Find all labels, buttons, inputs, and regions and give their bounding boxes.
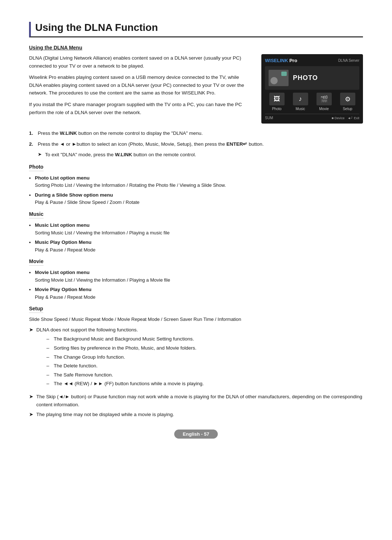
dash-text-1: The Background Music and Background Musi… bbox=[54, 335, 194, 343]
photo-list-title: Photo List option menu bbox=[35, 174, 363, 182]
tv-dlna-label: DLNA Server bbox=[338, 59, 359, 63]
dash-item-5: – The Safe Remove function. bbox=[46, 371, 204, 379]
movie-section-title: Movie bbox=[29, 258, 44, 266]
step-2-note-text: To exit "DLNA" mode, press the W.LINK bu… bbox=[45, 151, 196, 159]
tv-device-label: ■ Device bbox=[332, 116, 344, 120]
photo-section-title: Photo bbox=[29, 164, 44, 171]
setup-note-2: ➤ The Skip (◄/► button) or Pause functio… bbox=[29, 393, 363, 408]
music-play-desc: Play & Pause / Repeat Mode bbox=[35, 246, 363, 254]
setup-note-arrow-2: ➤ bbox=[29, 393, 34, 408]
dlna-menu-heading: Using the DLNA Menu bbox=[29, 45, 363, 51]
dash-item-1: – The Background Music and Background Mu… bbox=[46, 335, 204, 343]
steps-area: 1. Press the W.LINK button on the remote… bbox=[29, 129, 363, 159]
intro-para1: DLNA (Digital Living Network Alliance) e… bbox=[29, 54, 250, 70]
dash-3: – bbox=[46, 353, 51, 361]
photo-slideshow-title: During a Slide Show option menu bbox=[35, 191, 363, 199]
dash-text-6: The ◄◄ (REW) / ►► (FF) button functions … bbox=[54, 380, 204, 388]
tv-icon-photo: 🖼 Photo bbox=[269, 93, 285, 111]
setup-section-title: Setup bbox=[29, 306, 43, 313]
tv-movie-icon-label: Movie bbox=[319, 107, 329, 111]
dash-2: – bbox=[46, 344, 51, 352]
tv-photo-thumbnail bbox=[269, 70, 289, 86]
dash-6: – bbox=[46, 380, 51, 388]
tv-header: WISELINK Pro DLNA Server bbox=[265, 58, 359, 63]
photo-slideshow-content: During a Slide Show option menu Play & P… bbox=[35, 191, 363, 206]
step-2: 2. Press the ◄ or ►button to select an i… bbox=[29, 140, 363, 148]
setup-dash-list-1: – The Background Music and Background Mu… bbox=[46, 335, 204, 388]
dash-1: – bbox=[46, 335, 51, 343]
dash-item-4: – The Delete function. bbox=[46, 362, 204, 370]
step-1: 1. Press the W.LINK button on the remote… bbox=[29, 129, 363, 137]
bullet-dot-6: • bbox=[29, 286, 33, 301]
tv-music-icon: ♪ bbox=[293, 93, 308, 105]
dash-text-3: The Change Group Info function. bbox=[54, 353, 125, 361]
dash-item-2: – Sorting files by preference in the Pho… bbox=[46, 344, 204, 352]
music-list-title: Music List option menu bbox=[35, 221, 363, 229]
tv-icon-movie: 🎬 Movie bbox=[317, 93, 332, 111]
tv-footer-right: ■ Device ◄┘ Exit bbox=[332, 116, 359, 120]
dash-5: – bbox=[46, 371, 51, 379]
tv-photo-icon-label: Photo bbox=[272, 107, 281, 111]
intro-text: DLNA (Digital Living Network Alliance) e… bbox=[29, 54, 250, 124]
tv-icon-music: ♪ Music bbox=[293, 93, 308, 111]
setup-desc: Slide Show Speed / Music Repeat Mode / M… bbox=[29, 316, 363, 323]
movie-play-desc: Play & Pause / Repeat Mode bbox=[35, 294, 363, 301]
movie-list-desc: Sorting Movie List / Viewing the Informa… bbox=[35, 277, 363, 284]
tv-setup-icon: ⚙ bbox=[340, 93, 355, 105]
step-2-number: 2. bbox=[29, 140, 35, 148]
tv-photo-area: PHOTO bbox=[265, 66, 359, 90]
setup-note-3: ➤ The playing time may not be displayed … bbox=[29, 411, 363, 419]
tv-setup-icon-label: Setup bbox=[343, 107, 352, 111]
dash-item-3: – The Change Group Info function. bbox=[46, 353, 204, 361]
tv-movie-icon: 🎬 bbox=[317, 93, 332, 105]
bullet-dot-2: • bbox=[29, 191, 33, 206]
setup-note-1-content: DLNA does not support the following func… bbox=[36, 326, 204, 391]
intro-para2: Wiselink Pro enables playing content sav… bbox=[29, 73, 250, 97]
tv-exit-label: ◄┘ Exit bbox=[347, 116, 359, 120]
movie-play-content: Movie Play Option Menu Play & Pause / Re… bbox=[35, 286, 363, 301]
music-list-desc: Sorting Music List / Viewing the Informa… bbox=[35, 229, 363, 237]
setup-note-1-text: DLNA does not support the following func… bbox=[36, 327, 138, 333]
bullet-dot-3: • bbox=[29, 221, 33, 236]
tv-icon-setup: ⚙ Setup bbox=[340, 93, 355, 111]
photo-list-desc: Sorting Photo List / Viewing the Informa… bbox=[35, 182, 363, 189]
movie-section: Movie • Movie List option menu Sorting M… bbox=[29, 258, 363, 301]
movie-play-title: Movie Play Option Menu bbox=[35, 286, 363, 294]
movie-list-title: Movie List option menu bbox=[35, 269, 363, 277]
setup-note-1: ➤ DLNA does not support the following fu… bbox=[29, 326, 363, 391]
tv-mockup: WISELINK Pro DLNA Server PHOTO 🖼 Photo ♪… bbox=[261, 54, 363, 124]
dash-text-2: Sorting files by preference in the Photo… bbox=[54, 344, 196, 352]
dash-text-5: The Safe Remove function. bbox=[54, 371, 113, 379]
page-number-badge: English - 57 bbox=[174, 430, 218, 439]
bullet-dot-1: • bbox=[29, 174, 33, 189]
tv-sum-label: SUM bbox=[265, 116, 273, 120]
photo-slideshow-option: • During a Slide Show option menu Play &… bbox=[29, 191, 363, 206]
bullet-dot-4: • bbox=[29, 238, 33, 253]
tv-icons-row: 🖼 Photo ♪ Music 🎬 Movie ⚙ Setup bbox=[265, 93, 359, 111]
music-section: Music • Music List option menu Sorting M… bbox=[29, 211, 363, 253]
tv-music-icon-label: Music bbox=[295, 107, 305, 111]
photo-slideshow-desc: Play & Pause / Slide Show Speed / Zoom /… bbox=[35, 199, 363, 206]
setup-note-3-text: The playing time may not be displayed wh… bbox=[36, 411, 174, 419]
setup-section: Setup Slide Show Speed / Music Repeat Mo… bbox=[29, 306, 363, 418]
tv-photo-label: PHOTO bbox=[293, 74, 318, 82]
step-2-text: Press the ◄ or ►button to select an icon… bbox=[38, 140, 363, 148]
music-play-title: Music Play Option Menu bbox=[35, 238, 363, 246]
music-play-option: • Music Play Option Menu Play & Pause / … bbox=[29, 238, 363, 253]
page-footer: English - 57 bbox=[29, 430, 363, 439]
note-arrow-icon: ➤ bbox=[38, 151, 43, 159]
movie-play-option: • Movie Play Option Menu Play & Pause / … bbox=[29, 286, 363, 301]
bullet-dot-5: • bbox=[29, 269, 33, 283]
tv-footer: SUM ■ Device ◄┘ Exit bbox=[265, 114, 359, 120]
dash-text-4: The Delete function. bbox=[54, 362, 98, 370]
dash-item-6: – The ◄◄ (REW) / ►► (FF) button function… bbox=[46, 380, 204, 388]
movie-list-option: • Movie List option menu Sorting Movie L… bbox=[29, 269, 363, 283]
music-list-option: • Music List option menu Sorting Music L… bbox=[29, 221, 363, 236]
setup-note-arrow-3: ➤ bbox=[29, 411, 34, 419]
setup-note-arrow-1: ➤ bbox=[29, 326, 34, 391]
movie-list-content: Movie List option menu Sorting Movie Lis… bbox=[35, 269, 363, 283]
dash-4: – bbox=[46, 362, 51, 370]
step-1-number: 1. bbox=[29, 129, 35, 137]
setup-note-2-text: The Skip (◄/► button) or Pause function … bbox=[36, 393, 363, 408]
intro-para3: If you install the PC share manager prog… bbox=[29, 101, 250, 116]
